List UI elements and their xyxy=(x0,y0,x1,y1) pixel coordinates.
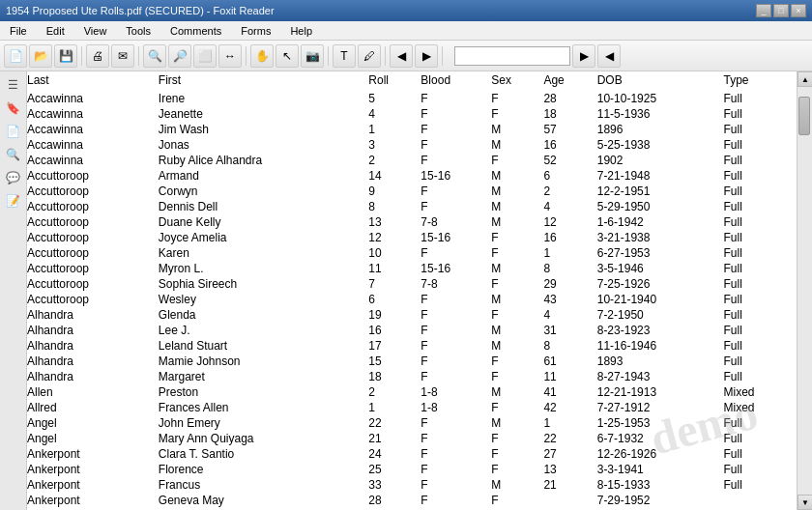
table-cell-4: M xyxy=(491,184,543,199)
table-cell-5: 16 xyxy=(543,230,596,245)
table-cell-0: Alhandra xyxy=(27,369,159,384)
table-cell-2: 9 xyxy=(368,184,420,199)
select-tool-button[interactable]: ↖ xyxy=(276,44,299,68)
table-cell-7: Full xyxy=(724,431,798,446)
table-cell-1: Jim Wash xyxy=(159,122,369,137)
table-cell-3: F xyxy=(420,122,491,137)
table-cell-1: Geneva May xyxy=(159,493,369,508)
snapshot-button[interactable]: 📷 xyxy=(301,44,324,68)
table-row: AccawinnaIrene5FF2810-10-1925Full xyxy=(27,91,797,106)
table-cell-5: 27 xyxy=(543,446,596,462)
window-controls[interactable]: _ □ × xyxy=(756,4,806,17)
hand-tool-button[interactable]: ✋ xyxy=(250,44,274,68)
table-cell-4: M xyxy=(491,415,543,431)
fit-width-button[interactable]: ↔ xyxy=(218,44,242,68)
table-cell-1: Sophia Sireech xyxy=(159,276,369,292)
table-cell-4: M xyxy=(491,168,543,184)
col-roll: Roll xyxy=(368,71,420,91)
table-cell-0: Accuttoroop xyxy=(27,184,159,199)
search-input[interactable] xyxy=(454,46,570,66)
table-row: AccawinnaJim Wash1FM571896Full xyxy=(27,122,797,137)
table-cell-5: 8 xyxy=(543,338,596,354)
table-cell-7: Full xyxy=(724,323,798,338)
email-button[interactable]: ✉ xyxy=(111,44,134,68)
menu-file[interactable]: File xyxy=(4,23,33,39)
menu-view[interactable]: View xyxy=(78,23,113,39)
table-cell-0: Angel xyxy=(27,431,159,446)
open-button[interactable]: 📂 xyxy=(29,44,52,68)
typewriter-button[interactable]: T xyxy=(333,44,356,68)
sidebar-bookmark-icon[interactable]: 🔖 xyxy=(4,99,23,118)
print-button[interactable]: 🖨 xyxy=(86,44,109,68)
table-cell-7: Full xyxy=(724,153,798,168)
sidebar-page-icon[interactable]: 📄 xyxy=(4,122,23,141)
save-button[interactable]: 💾 xyxy=(54,44,77,68)
table-cell-0: Accuttoroop xyxy=(27,292,159,307)
table-content: demo Last First Roll Blood Sex Age DOB T… xyxy=(27,71,797,510)
table-row: AccuttoroopDuane Kelly137-8M121-6-1942Fu… xyxy=(27,214,797,230)
table-cell-7: Mixed xyxy=(724,400,798,415)
table-cell-2: 7 xyxy=(368,276,420,292)
fit-page-button[interactable]: ⬜ xyxy=(193,44,217,68)
prev-page-button[interactable]: ◀ xyxy=(390,44,413,68)
menu-tools[interactable]: Tools xyxy=(120,23,157,39)
table-cell-1: Mamie Johnson xyxy=(159,354,369,369)
table-cell-1: Margaret xyxy=(159,369,369,384)
scroll-down-button[interactable]: ▼ xyxy=(798,495,812,510)
table-cell-1: Irene xyxy=(159,91,369,106)
table-cell-6: 8-27-1943 xyxy=(597,369,724,384)
toolbar-separator-3 xyxy=(246,46,246,66)
table-cell-7: Full xyxy=(724,369,798,384)
highlight-button[interactable]: 🖊 xyxy=(358,44,381,68)
table-cell-4: F xyxy=(491,400,543,415)
table-cell-5: 21 xyxy=(543,477,596,493)
table-cell-0: Alhandra xyxy=(27,307,159,323)
table-cell-3: F xyxy=(420,184,491,199)
table-cell-0: Accuttoroop xyxy=(27,245,159,261)
table-cell-5: 42 xyxy=(543,400,596,415)
maximize-button[interactable]: □ xyxy=(773,4,789,17)
sidebar-search-icon[interactable]: 🔍 xyxy=(4,145,23,164)
table-cell-3: 7-8 xyxy=(420,276,491,292)
sidebar-form-icon[interactable]: 📝 xyxy=(4,191,23,211)
sidebar-hand-icon[interactable]: ☰ xyxy=(4,75,23,95)
table-cell-2: 1 xyxy=(368,400,420,415)
close-button[interactable]: × xyxy=(791,4,806,17)
search-prev-button[interactable]: ◀ xyxy=(597,44,621,68)
sidebar-comment-icon[interactable]: 💬 xyxy=(4,168,23,187)
table-cell-7: Full xyxy=(724,214,798,230)
menu-comments[interactable]: Comments xyxy=(164,23,227,39)
table-cell-3: F xyxy=(420,199,491,214)
table-cell-4: F xyxy=(491,153,543,168)
table-cell-2: 25 xyxy=(368,462,420,477)
table-row: AccuttoroopCorwyn9FM212-2-1951Full xyxy=(27,184,797,199)
table-cell-0: Ankerpont xyxy=(27,493,159,508)
scroll-thumb[interactable] xyxy=(798,97,810,135)
col-sex: Sex xyxy=(491,71,543,91)
table-cell-0: Accawinna xyxy=(27,137,159,153)
table-cell-5: 1 xyxy=(543,245,596,261)
table-cell-4: M xyxy=(491,261,543,276)
next-page-button[interactable]: ▶ xyxy=(415,44,438,68)
scroll-up-button[interactable]: ▲ xyxy=(798,71,812,87)
col-first: First xyxy=(159,71,369,91)
table-cell-7: Full xyxy=(724,91,798,106)
zoom-in-button[interactable]: 🔍 xyxy=(143,44,166,68)
table-row: AccuttoroopKaren10FF16-27-1953Full xyxy=(27,245,797,261)
table-cell-4: M xyxy=(491,384,543,400)
table-cell-1: Armand xyxy=(159,168,369,184)
scroll-track[interactable] xyxy=(798,87,812,495)
search-go-button[interactable]: ▶ xyxy=(572,44,595,68)
menu-edit[interactable]: Edit xyxy=(41,23,71,39)
zoom-out-button[interactable]: 🔎 xyxy=(168,44,191,68)
new-button[interactable]: 📄 xyxy=(4,44,27,68)
table-cell-6: 3-21-1938 xyxy=(597,230,724,245)
menu-help[interactable]: Help xyxy=(284,23,318,39)
table-header-row: Last First Roll Blood Sex Age DOB Type xyxy=(27,71,797,91)
minimize-button[interactable]: _ xyxy=(756,4,771,17)
table-cell-1: Corwyn xyxy=(159,184,369,199)
table-cell-6: 5-25-1938 xyxy=(597,137,724,153)
main-layout: ☰ 🔖 📄 🔍 💬 📝 demo Last First Roll B xyxy=(0,71,812,510)
table-cell-2: 24 xyxy=(368,446,420,462)
menu-forms[interactable]: Forms xyxy=(235,23,276,39)
